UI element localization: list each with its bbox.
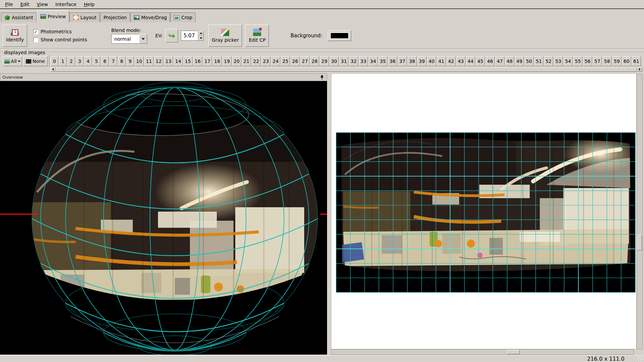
image-toggle-button-35[interactable]: 35 — [378, 56, 388, 66]
image-toggle-button-46[interactable]: 46 — [485, 56, 495, 66]
preview-horizontal-scrollbar[interactable] — [331, 349, 634, 355]
scrollbar-thumb[interactable] — [637, 235, 642, 250]
image-toggle-button-43[interactable]: 43 — [456, 56, 466, 66]
menu-item-view[interactable]: View — [33, 1, 52, 8]
image-toggle-button-11[interactable]: 11 — [144, 56, 154, 66]
show-control-points-checkbox-box[interactable] — [33, 37, 38, 42]
image-toggle-button-29[interactable]: 29 — [320, 56, 329, 66]
image-toggle-button-31[interactable]: 31 — [339, 56, 349, 66]
image-toggle-button-4[interactable]: 4 — [84, 56, 92, 66]
overview-sphere-canvas[interactable] — [0, 81, 327, 355]
image-toggle-button-60[interactable]: 60 — [622, 56, 631, 66]
image-toggle-button-8[interactable]: 8 — [118, 56, 126, 66]
ev-reset-button[interactable]: ↪ — [165, 29, 178, 42]
image-toggle-button-22[interactable]: 22 — [251, 56, 261, 66]
image-toggle-button-59[interactable]: 59 — [612, 56, 621, 66]
image-toggle-button-58[interactable]: 58 — [602, 56, 612, 66]
image-toggle-button-45[interactable]: 45 — [476, 56, 485, 66]
image-toggle-button-56[interactable]: 56 — [583, 56, 592, 66]
image-toggle-button-9[interactable]: 9 — [126, 56, 134, 66]
image-toggle-button-54[interactable]: 54 — [563, 56, 573, 66]
tab-preview[interactable]: Preview — [37, 10, 70, 22]
image-toggle-button-40[interactable]: 40 — [427, 56, 436, 66]
tab-projection[interactable]: Projection — [100, 12, 130, 22]
image-toggle-button-18[interactable]: 18 — [212, 56, 222, 66]
menu-item-file[interactable]: File — [1, 1, 16, 8]
image-toggle-button-49[interactable]: 49 — [515, 56, 524, 66]
image-toggle-button-34[interactable]: 34 — [368, 56, 378, 66]
tab-move-drag[interactable]: Move/Drag — [130, 12, 170, 22]
image-toggle-button-13[interactable]: 13 — [164, 56, 173, 66]
image-toggle-button-51[interactable]: 51 — [534, 56, 544, 66]
menu-item-help[interactable]: Help — [80, 1, 98, 8]
scroll-left-button[interactable] — [50, 67, 55, 72]
image-toggle-button-1[interactable]: 1 — [59, 56, 67, 66]
show-control-points-checkbox[interactable]: Show control points — [33, 37, 87, 42]
image-toggle-button-61[interactable]: 61 — [632, 56, 641, 66]
image-toggle-button-14[interactable]: 14 — [173, 56, 183, 66]
image-toggle-button-15[interactable]: 15 — [183, 56, 193, 66]
image-strip-scrollbar[interactable] — [50, 67, 642, 72]
panel-splitter[interactable] — [327, 73, 331, 355]
image-toggle-button-57[interactable]: 57 — [593, 56, 602, 66]
image-toggle-button-53[interactable]: 53 — [554, 56, 563, 66]
scrollbar-thumb[interactable] — [55, 67, 637, 72]
ev-spin-up-button[interactable] — [198, 31, 204, 36]
image-toggle-button-3[interactable]: 3 — [76, 56, 84, 66]
image-toggle-button-44[interactable]: 44 — [466, 56, 475, 66]
image-toggle-button-26[interactable]: 26 — [290, 56, 300, 66]
image-toggle-button-23[interactable]: 23 — [261, 56, 271, 66]
image-toggle-button-2[interactable]: 2 — [67, 56, 75, 66]
image-toggle-button-50[interactable]: 50 — [524, 56, 534, 66]
image-toggle-button-32[interactable]: 32 — [349, 56, 358, 66]
image-toggle-button-25[interactable]: 25 — [281, 56, 290, 66]
gray-picker-button[interactable]: Gray picker — [208, 25, 242, 47]
ev-spin-down-button[interactable] — [198, 36, 204, 41]
image-toggle-button-16[interactable]: 16 — [193, 56, 202, 66]
pin-icon[interactable] — [320, 75, 324, 80]
image-toggle-button-19[interactable]: 19 — [222, 56, 232, 66]
image-toggle-button-36[interactable]: 36 — [388, 56, 397, 66]
image-toggle-button-27[interactable]: 27 — [300, 56, 310, 66]
ev-value-field[interactable]: 5.07 — [181, 31, 198, 41]
image-toggle-button-12[interactable]: 12 — [154, 56, 163, 66]
photometrics-checkbox[interactable]: ✓ Photometrics — [33, 29, 87, 34]
image-toggle-button-28[interactable]: 28 — [310, 56, 319, 66]
image-toggle-button-33[interactable]: 33 — [359, 56, 368, 66]
tab-layout[interactable]: Layout — [70, 12, 100, 22]
image-toggle-button-55[interactable]: 55 — [573, 56, 582, 66]
menu-item-edit[interactable]: Edit — [16, 1, 33, 8]
tab-crop[interactable]: Crop — [170, 12, 196, 22]
scrollbar-thumb[interactable] — [507, 350, 520, 354]
blend-mode-dropdown-button[interactable] — [139, 34, 147, 44]
image-toggle-button-0[interactable]: 0 — [50, 56, 58, 66]
edit-cp-button[interactable]: Edit CP — [245, 25, 269, 47]
image-toggle-button-24[interactable]: 24 — [271, 56, 280, 66]
image-toggle-button-21[interactable]: 21 — [242, 56, 251, 66]
image-toggle-button-39[interactable]: 39 — [417, 56, 427, 66]
image-toggle-button-42[interactable]: 42 — [446, 56, 456, 66]
scroll-right-button[interactable] — [637, 67, 642, 72]
image-toggle-button-37[interactable]: 37 — [398, 56, 407, 66]
image-toggle-button-20[interactable]: 20 — [232, 56, 241, 66]
image-toggle-button-41[interactable]: 41 — [437, 56, 446, 66]
panorama-preview-canvas[interactable] — [331, 73, 637, 349]
image-toggle-button-47[interactable]: 47 — [495, 56, 505, 66]
preview-vertical-scrollbar[interactable] — [637, 74, 643, 349]
background-color-button[interactable] — [328, 30, 351, 41]
image-toggle-button-17[interactable]: 17 — [203, 56, 212, 66]
image-toggle-button-30[interactable]: 30 — [329, 56, 339, 66]
image-toggle-button-52[interactable]: 52 — [544, 56, 553, 66]
identify-button[interactable]: Identify — [3, 25, 27, 47]
image-toggle-button-38[interactable]: 38 — [407, 56, 417, 66]
image-toggle-button-6[interactable]: 6 — [101, 56, 109, 66]
show-no-images-button[interactable]: None — [23, 56, 48, 66]
menu-item-interface[interactable]: Interface — [52, 1, 80, 8]
image-toggle-button-48[interactable]: 48 — [505, 56, 514, 66]
image-toggle-button-7[interactable]: 7 — [109, 56, 117, 66]
resize-grip[interactable] — [637, 355, 643, 361]
image-toggle-button-10[interactable]: 10 — [134, 56, 144, 66]
tab-assistant[interactable]: Assistant — [1, 12, 37, 22]
photometrics-checkbox-box[interactable]: ✓ — [33, 29, 38, 34]
image-toggle-button-5[interactable]: 5 — [92, 56, 100, 66]
